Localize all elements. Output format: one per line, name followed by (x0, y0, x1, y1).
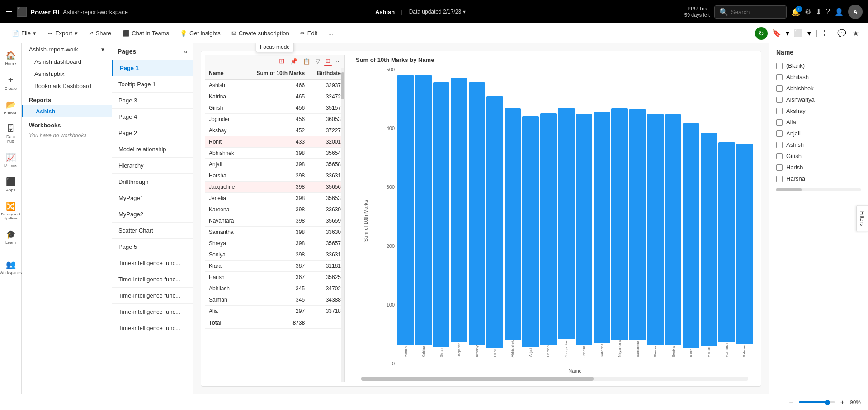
table-row[interactable]: Alia 297 33718 (205, 306, 344, 317)
bar-item[interactable]: Samantha (629, 67, 646, 357)
nav-item-pipelines[interactable]: 🔀 Deployment pipelines (1, 198, 21, 224)
page-item-page1[interactable]: Page 1 (112, 60, 193, 76)
focus-mode-icon[interactable]: ⊞ (277, 56, 287, 66)
table-row[interactable]: Salman 345 34388 (205, 294, 344, 306)
view-mode-icon[interactable]: ⬜ (792, 27, 805, 39)
page-item-page4[interactable]: Page 4 (112, 109, 193, 125)
table-scroll[interactable]: Name Sum of 10th Marks Birthdate Ashish … (205, 67, 344, 382)
bar[interactable] (415, 75, 431, 345)
nav-item-home[interactable]: 🏠 Home (1, 47, 21, 70)
bar[interactable] (522, 116, 538, 348)
filter-item-harsha[interactable]: Harsha (769, 173, 868, 184)
table-row[interactable]: Kareena 398 33630 (205, 204, 344, 215)
fullscreen-icon[interactable]: ⛶ (822, 28, 833, 39)
bar[interactable] (701, 133, 717, 346)
page-item-ti4[interactable]: Time-intelligence func... (112, 304, 193, 320)
bar[interactable] (397, 75, 414, 345)
edit-button[interactable]: ✏ Edit (296, 28, 322, 38)
table-row[interactable]: Anjali 398 35658 (205, 159, 344, 170)
export-button[interactable]: ↔ Export ▾ (42, 28, 82, 38)
bar-item[interactable]: Nayantara (611, 67, 627, 357)
bar-item[interactable]: Jenelia (576, 67, 592, 357)
share-button[interactable]: ↗ Share (84, 28, 116, 38)
refresh-button[interactable]: ↻ (755, 27, 768, 40)
bar[interactable] (665, 114, 681, 345)
view-dropdown-icon[interactable]: ▾ (807, 29, 811, 37)
chart-scrollbar-thumb[interactable] (361, 377, 594, 381)
data-updated[interactable]: Data updated 2/17/23 ▾ (409, 9, 466, 15)
filter-checkbox[interactable] (776, 142, 783, 148)
bar[interactable] (433, 82, 449, 347)
bar-item[interactable]: Soniya (665, 67, 681, 357)
bar[interactable] (451, 78, 467, 342)
nav-item-apps[interactable]: ⬛ Apps (1, 173, 21, 196)
page-item-mypage2[interactable]: MyPage2 (112, 206, 193, 223)
sidebar-pbix[interactable]: Ashish.pbix (22, 68, 112, 80)
filter-item-alia[interactable]: Alia (769, 116, 868, 128)
table-row[interactable]: Soniya 398 33631 (205, 249, 344, 261)
bar[interactable] (505, 108, 521, 340)
settings-icon[interactable]: ⚙ (805, 8, 811, 16)
bar-item[interactable]: Abhishhek (505, 67, 521, 357)
sidebar-dashboard[interactable]: Ashish dashboard (22, 56, 112, 68)
filter-checkbox[interactable] (776, 130, 783, 137)
filter-checkbox[interactable] (776, 85, 783, 92)
bar[interactable] (540, 113, 557, 345)
bar[interactable] (736, 144, 753, 344)
account-icon[interactable]: 👤 (835, 8, 844, 16)
zoom-handle[interactable] (825, 400, 830, 405)
pages-collapse-icon[interactable]: « (184, 48, 188, 55)
bar[interactable] (558, 108, 574, 339)
filter-item-blank[interactable]: (Blank) (769, 60, 868, 71)
table-row[interactable]: Jenelia 398 35653 (205, 193, 344, 204)
table-row[interactable]: Joginder 456 36053 (205, 114, 344, 125)
bar[interactable] (629, 109, 646, 340)
bar-item[interactable]: Anjali (522, 67, 538, 357)
filter-item-abhilash[interactable]: Abhilash (769, 71, 868, 83)
filter-checkbox[interactable] (776, 74, 783, 80)
bar-item[interactable]: Shreya (647, 67, 663, 357)
bookmark-dropdown-icon[interactable]: ▾ (786, 29, 789, 37)
filter-item-ashish[interactable]: Ashish (769, 139, 868, 150)
page-item-page5[interactable]: Page 5 (112, 239, 193, 255)
page-item-tooltip1[interactable]: Tooltip Page 1 (112, 76, 193, 93)
col-birth-header[interactable]: Birthdate (308, 67, 344, 79)
page-item-page3[interactable]: Page 3 (112, 93, 193, 109)
filter-item-anjali[interactable]: Anjali (769, 128, 868, 139)
bar[interactable] (647, 114, 663, 345)
nav-item-metrics[interactable]: 📈 Metrics (1, 149, 21, 172)
chat-icon[interactable]: 💬 (835, 27, 848, 39)
filter-item-akshay[interactable]: Akshay (769, 105, 868, 116)
bar-item[interactable]: Kiara (683, 67, 699, 357)
nav-item-workspaces[interactable]: 👥 Workspaces (1, 256, 21, 279)
pin-icon[interactable]: 📌 (288, 57, 299, 65)
filter-checkbox[interactable] (776, 164, 783, 171)
table-row[interactable]: Abhishhek 398 35654 (205, 148, 344, 159)
search-box[interactable]: 🔍 (714, 5, 787, 19)
filters-side-tab[interactable]: Filters (856, 205, 868, 232)
bar-item[interactable]: Rohit (486, 67, 503, 357)
bar-item[interactable]: Abhilash (718, 67, 735, 357)
filter-item-girish[interactable]: Girish (769, 150, 868, 162)
bar-item[interactable]: Girish (433, 67, 449, 357)
table-row[interactable]: Samantha 398 33630 (205, 227, 344, 238)
page-item-ti5[interactable]: Time-intelligence func... (112, 320, 193, 336)
filter-checkbox[interactable] (776, 176, 783, 182)
table-row[interactable]: Abhilash 345 34702 (205, 283, 344, 294)
bar-item[interactable]: Ashish (397, 67, 414, 357)
bar-item[interactable]: Kareena (594, 67, 610, 357)
more-button[interactable]: ... (324, 28, 338, 38)
page-item-ti1[interactable]: Time-intelligence func... (112, 255, 193, 271)
search-input[interactable] (731, 9, 781, 15)
bar[interactable] (718, 142, 735, 343)
hamburger-icon[interactable]: ☰ (5, 7, 13, 17)
chat-teams-button[interactable]: ⬛ Chat in Teams (118, 28, 174, 38)
table-row[interactable]: Girish 456 35157 (205, 102, 344, 114)
filter-scrollbar-thumb[interactable] (776, 188, 802, 191)
bar-item[interactable]: Joginder (451, 67, 467, 357)
bar-item[interactable]: Jacqueline (558, 67, 574, 357)
bar-item[interactable]: Akshay (469, 67, 485, 357)
page-item-hierarchy[interactable]: Hierarchy (112, 158, 193, 174)
filter-item-aishwariya[interactable]: Aishwariya (769, 94, 868, 105)
filter-checkbox[interactable] (776, 153, 783, 159)
